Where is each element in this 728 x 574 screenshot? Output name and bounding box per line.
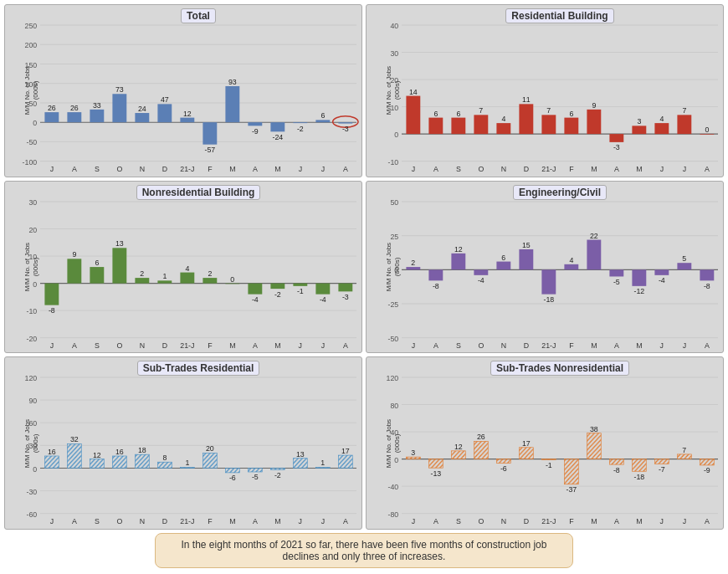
bar (564, 459, 578, 484)
bar-label: -5 (613, 277, 620, 285)
chart-title: Residential Building (505, 8, 613, 23)
bar (654, 123, 669, 134)
bar-label: -18 (543, 295, 554, 303)
bar-label: 12 (454, 443, 463, 451)
x-axis-label: 21-J (180, 341, 194, 349)
svg-text:-80: -80 (387, 510, 398, 519)
bar (474, 115, 488, 134)
bar (44, 456, 59, 468)
chart-panel-nonresidential: M/M No. of Jobs (000s)Nonresidential Bui… (4, 181, 362, 354)
bar-label: 1 (185, 459, 189, 468)
bar-label: 22 (590, 231, 598, 239)
bar (67, 259, 81, 283)
chart-area: -1001020304014J6A6S7O4N11D721-J6F9M-3A3M… (402, 25, 718, 161)
svg-text:-40: -40 (387, 483, 398, 491)
bar-label: -12 (633, 287, 644, 295)
bar (248, 122, 262, 126)
x-axis-label: D (162, 165, 168, 173)
bar (225, 86, 239, 122)
x-axis-label: 21-J (541, 341, 556, 349)
x-axis-label: S (95, 517, 100, 525)
bar (496, 123, 510, 134)
bar-label: 13 (296, 450, 305, 459)
chart-svg: -100-5005010015020025026J26A33S73O24N47D… (40, 25, 356, 161)
bar-label: 11 (522, 95, 531, 104)
chart-svg: -80-40040801203J-13A12S26O-6N17D-121-J-3… (402, 377, 718, 514)
x-axis-label: S (456, 341, 461, 349)
bar (293, 283, 307, 285)
bar-label: -4 (478, 276, 484, 284)
bar (677, 454, 691, 459)
bar-label: -1 (546, 461, 552, 469)
bar-label: -5 (252, 473, 259, 481)
bar (225, 469, 239, 473)
bar (451, 253, 465, 269)
bar-label: 2 (208, 269, 212, 277)
x-axis-label: J (321, 517, 325, 525)
x-axis-label: M (229, 517, 235, 525)
bar-label: -37 (566, 485, 577, 494)
bar (519, 249, 533, 269)
bar (609, 134, 623, 142)
x-axis-label: M (636, 517, 642, 525)
x-axis-label: A (343, 341, 349, 349)
x-axis-label: N (501, 517, 506, 525)
x-axis-label: A (705, 341, 710, 349)
bar-label: 32 (70, 436, 79, 444)
svg-text:40: 40 (390, 428, 398, 437)
bar (700, 269, 714, 280)
bar-label: 4 (659, 115, 664, 123)
bar (609, 459, 623, 465)
chart-panel-engineering: M/M No. of Jobs (000s)Engineering/Civil-… (366, 181, 724, 354)
x-axis-label: M (274, 517, 280, 525)
svg-text:-25: -25 (387, 300, 398, 308)
svg-text:90: 90 (28, 397, 37, 405)
x-axis-label: A (614, 517, 620, 525)
x-axis-label: J (683, 165, 686, 173)
bar (338, 283, 352, 291)
bar-label: -3 (613, 143, 620, 151)
chart-area: -80-40040801203J-13A12S26O-6N17D-121-J-3… (402, 377, 718, 514)
x-axis-label: N (501, 341, 506, 349)
bar-label: -9 (704, 466, 710, 474)
x-axis-label: O (478, 517, 484, 525)
x-axis-label: D (524, 165, 530, 173)
svg-text:120: 120 (25, 374, 38, 382)
bar (587, 110, 601, 134)
chart-svg: -1001020304014J6A6S7O4N11D721-J6F9M-3A3M… (402, 25, 718, 161)
x-axis-label: 21-J (541, 517, 556, 525)
chart-area: -100-5005010015020025026J26A33S73O24N47D… (40, 25, 356, 161)
x-axis-label: A (433, 341, 439, 349)
bar-label: 16 (48, 448, 56, 456)
bar (44, 283, 59, 305)
bar-label: -8 (613, 466, 620, 474)
bar-label: -6 (500, 464, 507, 473)
bar-label: 5 (682, 254, 686, 263)
svg-text:10: 10 (28, 253, 37, 261)
bar (248, 283, 262, 294)
chart-svg: -60-30030609012016J32A12S16O18N8D121-J20… (40, 377, 356, 514)
bar-label: 0 (705, 126, 709, 134)
bar (315, 120, 330, 122)
x-axis-label: J (299, 517, 302, 525)
bar (632, 269, 646, 286)
bar (519, 448, 533, 459)
x-axis-label: M (229, 165, 235, 173)
bar (203, 278, 217, 284)
bar (180, 468, 194, 469)
bar-label: 15 (522, 240, 531, 249)
x-axis-label: F (208, 341, 213, 349)
bar (112, 248, 126, 283)
x-axis-label: J (412, 517, 415, 525)
bar-label: -1 (297, 287, 304, 295)
bar (135, 455, 149, 469)
svg-text:0: 0 (394, 266, 398, 274)
bar (338, 455, 352, 468)
x-axis-label: S (95, 165, 100, 173)
bar (315, 283, 330, 294)
bar-label: 33 (93, 101, 101, 110)
svg-text:10: 10 (390, 103, 398, 111)
x-axis-label: 21-J (180, 517, 194, 525)
svg-text:-50: -50 (26, 138, 37, 146)
bar-label: 4 (569, 255, 573, 264)
